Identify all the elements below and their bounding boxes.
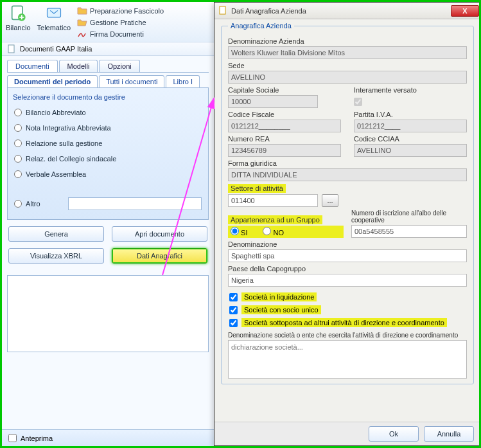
- cciaa-label: Codice CCIAA: [354, 135, 467, 143]
- dialog-title: Dati Anagrafica Azienda: [231, 7, 447, 15]
- document-select-panel: Selezionare il documento da gestire Bila…: [7, 87, 209, 220]
- capitale-input[interactable]: [228, 95, 318, 108]
- signature-icon: [77, 29, 87, 39]
- direzione-checkbox[interactable]: [229, 319, 238, 327]
- doc-option-bilancio[interactable]: Bilancio Abbreviato: [13, 105, 203, 120]
- tab-tutti-documenti[interactable]: Tutti i documenti: [99, 75, 164, 87]
- doc-option-altro[interactable]: [14, 200, 22, 208]
- liquidazione-row[interactable]: Società in liquidazione: [228, 291, 467, 303]
- ribbon: Bilancio Telematico Preparazione Fascico…: [2, 2, 214, 42]
- main-window: Bilancio Telematico Preparazione Fascico…: [2, 2, 214, 446]
- ok-button[interactable]: Ok: [369, 426, 419, 442]
- cf-input[interactable]: [228, 120, 341, 132]
- denomdir-input[interactable]: [228, 340, 467, 379]
- sede-input[interactable]: [228, 71, 467, 84]
- settore-label: Settore di attività: [228, 184, 467, 193]
- doc-option-altro-label: Altro: [26, 200, 64, 208]
- socio-unico-row[interactable]: Società con socio unico: [228, 303, 467, 316]
- tab-opzioni[interactable]: Opzioni: [99, 60, 139, 72]
- interamente-label: Interamente versato: [354, 86, 467, 94]
- document-plus-icon: [9, 4, 27, 22]
- denomdir-label: Denominazione società o ente che esercit…: [228, 332, 467, 339]
- piva-label: Partita I.V.A.: [354, 111, 467, 118]
- footer-bar: Anteprima: [2, 429, 214, 446]
- page-icon: [7, 44, 16, 53]
- ribbon-bilancio[interactable]: Bilancio: [6, 4, 31, 40]
- capitale-label: Capitale Sociale: [228, 86, 341, 94]
- primary-tabs: Documenti Modelli Opzioni: [2, 56, 214, 72]
- settore-input[interactable]: [228, 194, 318, 207]
- dialog-titlebar[interactable]: Dati Anagrafica Azienda X: [214, 3, 480, 19]
- paese-label: Paese della Capogruppo: [228, 265, 467, 273]
- gruppo-si[interactable]: SI: [231, 227, 247, 237]
- rea-label: Numero REA: [228, 135, 341, 143]
- ribbon-link-gest-label: Gestione Pratiche: [90, 19, 146, 26]
- denominazione-input[interactable]: [228, 46, 467, 59]
- doc-option-altro-input[interactable]: [68, 197, 202, 210]
- gruppo-label: Appartenenza ad un Gruppo: [228, 215, 344, 224]
- rea-input[interactable]: [228, 144, 341, 157]
- denomg-input[interactable]: [228, 249, 467, 262]
- denomg-label: Denominazione: [228, 240, 467, 248]
- fieldset-legend: Anagrafica Azienda: [228, 22, 294, 30]
- doc-option-label: Verbale Assemblea: [26, 170, 86, 178]
- cf-label: Codice Fiscale: [228, 111, 341, 118]
- doc-option-verbale[interactable]: Verbale Assemblea: [13, 166, 203, 182]
- genera-button[interactable]: Genera: [8, 226, 104, 242]
- ribbon-link-prep[interactable]: Preparazione Fascicolo: [77, 6, 164, 16]
- gruppo-no[interactable]: NO: [263, 227, 284, 237]
- apri-documento-button[interactable]: Apri documento: [112, 226, 207, 242]
- direzione-label: Società sottoposta ad altrui attività di…: [241, 318, 447, 327]
- piva-input[interactable]: [354, 120, 467, 132]
- doc-option-collegio[interactable]: Relaz. del Collegio sindacale: [13, 151, 203, 166]
- tab-documenti[interactable]: Documenti: [7, 60, 58, 72]
- document-bar: Documenti GAAP Italia: [2, 42, 214, 56]
- telematico-icon: [45, 4, 63, 22]
- coop-input[interactable]: [351, 225, 467, 238]
- doc-option-label: Nota Integrativa Abbreviata: [26, 124, 111, 132]
- annulla-button[interactable]: Annulla: [424, 426, 474, 442]
- tab-documenti-periodo[interactable]: Documenti del periodo: [7, 75, 98, 87]
- ribbon-link-gest[interactable]: Gestione Pratiche: [77, 17, 164, 28]
- forma-input[interactable]: [228, 168, 467, 181]
- svg-rect-3: [8, 45, 14, 53]
- anteprima-checkbox[interactable]: [8, 434, 17, 442]
- visualizza-xbrl-button[interactable]: Visualizza XBRL: [8, 248, 104, 264]
- doc-option-altro-row: Altro: [13, 193, 203, 214]
- liquidazione-checkbox[interactable]: [229, 293, 238, 301]
- dialog-icon: [218, 6, 227, 16]
- socio-unico-label: Società con socio unico: [241, 305, 321, 314]
- settore-browse-button[interactable]: ...: [322, 194, 338, 207]
- interamente-checkbox[interactable]: [354, 98, 362, 106]
- ribbon-bilancio-label: Bilancio: [6, 24, 31, 31]
- ribbon-telematico-label: Telematico: [37, 24, 71, 31]
- doc-option-label: Bilancio Abbreviato: [26, 109, 86, 116]
- direzione-row[interactable]: Società sottoposta ad altrui attività di…: [228, 316, 467, 329]
- close-button[interactable]: X: [451, 5, 479, 17]
- document-bar-title: Documenti GAAP Italia: [20, 45, 92, 53]
- coop-label: Numero di iscrizione all'albo delle coop…: [351, 210, 467, 224]
- tab-modelli[interactable]: Modelli: [59, 60, 98, 72]
- ribbon-telematico[interactable]: Telematico: [37, 4, 71, 40]
- ribbon-link-firma[interactable]: Firma Documenti: [77, 29, 164, 39]
- doc-option-nota[interactable]: Nota Integrativa Abbreviata: [13, 120, 203, 136]
- preview-area: [7, 275, 209, 352]
- dati-anagrafici-button[interactable]: Dati Anagrafici: [112, 248, 207, 264]
- denominazione-label: Denominazione Azienda: [228, 37, 467, 45]
- panel-hint: Selezionare il documento da gestire: [13, 93, 203, 101]
- tab-libro[interactable]: Libro I: [166, 75, 200, 87]
- doc-option-label: Relaz. del Collegio sindacale: [26, 155, 116, 163]
- ribbon-link-firma-label: Firma Documenti: [90, 30, 144, 38]
- folder-open-icon: [77, 17, 87, 28]
- doc-option-relazione[interactable]: Relazione sulla gestione: [13, 136, 203, 151]
- anagrafica-fieldset: Anagrafica Azienda Denominazione Azienda…: [221, 22, 474, 384]
- socio-unico-checkbox[interactable]: [229, 306, 238, 314]
- anagrafica-dialog: Dati Anagrafica Azienda X Anagrafica Azi…: [214, 2, 481, 446]
- liquidazione-label: Società in liquidazione: [241, 292, 317, 301]
- secondary-tabs: Documenti del periodo Tutti i documenti …: [2, 73, 214, 87]
- ribbon-link-prep-label: Preparazione Fascicolo: [90, 7, 164, 15]
- svg-rect-2: [47, 8, 60, 17]
- cciaa-input[interactable]: [354, 144, 467, 157]
- dialog-buttons: Ok Annulla: [214, 422, 480, 445]
- paese-input[interactable]: [228, 274, 467, 287]
